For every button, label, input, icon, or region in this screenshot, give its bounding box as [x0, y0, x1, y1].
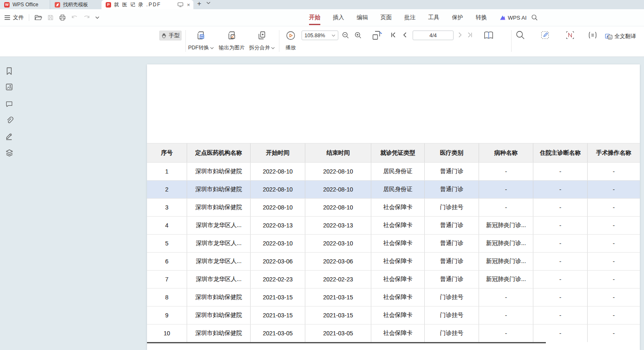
table-cell: 新冠肺炎门诊... — [479, 235, 533, 252]
split-merge-label: 拆分合并 — [249, 44, 270, 51]
tab-wps-office[interactable]: W WPS Office — [0, 0, 50, 9]
close-tab-icon[interactable]: × — [187, 2, 190, 8]
wps-ai-button[interactable]: WPS AI — [499, 9, 527, 26]
open-file-icon[interactable] — [34, 15, 42, 21]
table-cell: 2022-03-10 — [305, 235, 371, 252]
table-row: 3深圳市妇幼保健院2022-08-102022-08-10社会保障卡门诊挂号--… — [147, 198, 640, 216]
menu-tab-edit[interactable]: 编辑 — [357, 14, 368, 21]
layers-icon[interactable] — [5, 149, 13, 157]
table-cell: 深圳市妇幼保健院 — [187, 163, 251, 180]
screenshot-compare-icon[interactable] — [565, 30, 575, 40]
table-body: 1深圳市妇幼保健院2022-08-102022-08-10居民身份证普通门诊--… — [147, 162, 640, 342]
chevron-down-icon — [210, 47, 214, 49]
table-header-cell: 开始时间 — [251, 143, 305, 162]
signature-icon[interactable] — [5, 132, 13, 140]
tab-medical-record-pdf[interactable]: P 就 医 记 录 .PDF × — [101, 0, 193, 9]
table-cell: 2022-08-10 — [251, 199, 305, 216]
table-cell: 普通门诊 — [425, 181, 479, 198]
zoom-in-icon[interactable] — [354, 31, 362, 39]
undo-icon[interactable] — [71, 15, 78, 20]
table-bottom-border — [147, 342, 546, 343]
table-cell: - — [588, 163, 640, 180]
table-cell: 社会保障卡 — [371, 199, 425, 216]
left-panel-rail — [0, 57, 18, 350]
menu-tab-convert[interactable]: 转换 — [476, 14, 487, 21]
wps-ai-logo-icon — [499, 15, 506, 20]
comments-icon[interactable] — [5, 100, 13, 107]
table-cell: 9 — [147, 307, 187, 324]
thumbnails-icon[interactable] — [5, 83, 13, 91]
find-replace-icon[interactable] — [515, 30, 525, 40]
save-icon[interactable] — [47, 14, 54, 21]
table-cell: 社会保障卡 — [371, 235, 425, 252]
table-header-cell: 住院主诊断名称 — [533, 143, 588, 162]
zoom-level-value: 105.88% — [304, 33, 325, 38]
menu-tab-page[interactable]: 页面 — [380, 14, 392, 21]
table-cell: 2022-02-23 — [305, 271, 371, 288]
last-page-icon[interactable] — [467, 32, 473, 38]
play-icon — [286, 31, 296, 41]
menu-search-icon[interactable] — [531, 14, 538, 21]
table-cell: - — [533, 271, 588, 288]
table-cell: - — [479, 307, 533, 324]
table-cell: 2021-03-15 — [305, 307, 371, 324]
split-merge-button[interactable]: 拆分合并 — [247, 30, 276, 53]
pdf-page[interactable]: 序号定点医药机构名称开始时间结束时间就诊凭证类型医疗类别病种名称住院主诊断名称手… — [147, 64, 640, 350]
table-cell: 门诊挂号 — [425, 289, 479, 306]
table-cell: 普通门诊 — [425, 271, 479, 288]
pdf-convert-button[interactable]: W PDF转换 — [187, 30, 215, 53]
new-tab-button[interactable]: + — [197, 0, 201, 8]
compress-icon[interactable] — [588, 30, 598, 40]
menu-tab-insert[interactable]: 插入 — [333, 14, 344, 21]
play-button[interactable]: 播放 — [284, 30, 297, 53]
table-cell: - — [479, 289, 533, 306]
menu-tab-protect[interactable]: 保护 — [452, 14, 463, 21]
menu-tab-comment[interactable]: 批注 — [404, 14, 416, 21]
table-cell: 社会保障卡 — [371, 289, 425, 306]
print-icon[interactable] — [59, 14, 66, 21]
menu-tab-tools[interactable]: 工具 — [428, 14, 439, 21]
table-cell: 4 — [147, 217, 187, 234]
file-menu-button[interactable]: 文件 — [4, 14, 24, 21]
full-translate-button[interactable]: A 文 全文翻译 — [603, 31, 638, 41]
first-page-icon[interactable] — [390, 32, 396, 38]
monitor-icon[interactable] — [177, 2, 183, 7]
table-cell: 2022-03-13 — [251, 217, 305, 234]
table-row: 5深圳市龙华区人...2022-03-102022-03-10社会保障卡普通门诊… — [147, 234, 640, 252]
next-page-icon[interactable] — [457, 32, 463, 38]
export-image-button[interactable]: 输出为图片 — [216, 30, 248, 53]
redo-icon[interactable] — [83, 15, 90, 20]
tab-list-chevron-icon[interactable] — [206, 2, 210, 4]
tab-docer-templates[interactable]: 找稻壳模板 — [51, 0, 101, 9]
chevron-down-icon — [332, 34, 335, 37]
more-actions-chevron-icon[interactable] — [95, 16, 99, 19]
table-cell: 2021-03-15 — [251, 307, 305, 324]
table-cell: - — [588, 324, 640, 342]
wps-logo-icon: W — [4, 2, 10, 8]
table-cell: 普通门诊 — [425, 235, 479, 252]
hand-tool-button[interactable]: 手型 — [159, 31, 182, 41]
document-area: 序号定点医药机构名称开始时间结束时间就诊凭证类型医疗类别病种名称住院主诊断名称手… — [0, 57, 644, 350]
previous-page-icon[interactable] — [402, 32, 408, 38]
file-menu-label: 文件 — [13, 14, 24, 21]
table-row: 8深圳市妇幼保健院2021-03-152021-03-15社会保障卡门诊挂号--… — [147, 288, 640, 306]
zoom-level-select[interactable]: 105.88% — [302, 31, 338, 40]
hand-icon — [161, 33, 167, 39]
table-row: 1深圳市妇幼保健院2022-08-102022-08-10居民身份证普通门诊--… — [147, 162, 640, 180]
table-header-cell: 手术操作名称 — [588, 143, 640, 162]
rotate-document-icon[interactable] — [371, 30, 383, 41]
table-cell: 新冠肺炎门诊... — [479, 253, 533, 270]
table-cell: 新冠肺炎门诊... — [479, 271, 533, 288]
attachments-icon[interactable] — [5, 116, 13, 124]
docer-icon — [55, 2, 60, 8]
edit-content-icon[interactable] — [540, 30, 550, 40]
menu-tab-home[interactable]: 开始 — [309, 14, 320, 21]
page-indicator-input[interactable]: 4/4 — [413, 31, 454, 40]
zoom-out-icon[interactable] — [342, 31, 350, 39]
table-cell: 2022-02-23 — [251, 271, 305, 288]
table-cell: 深圳市妇幼保健院 — [187, 181, 251, 198]
table-cell: 普通门诊 — [425, 163, 479, 180]
hamburger-icon — [4, 15, 10, 20]
bookmarks-icon[interactable] — [5, 67, 13, 75]
read-mode-book-icon[interactable] — [483, 30, 494, 41]
